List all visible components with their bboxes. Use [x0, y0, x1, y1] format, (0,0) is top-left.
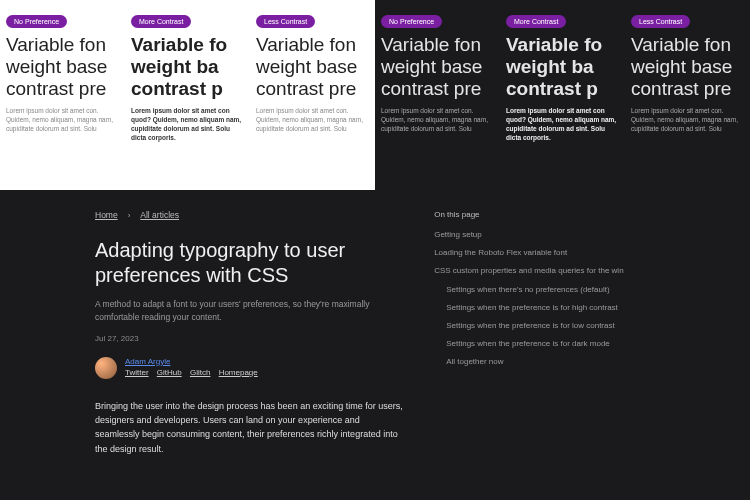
demo-lorem: Lorem ipsum dolor sit amet con quod? Qui…: [131, 106, 244, 142]
article-page: Home › All articles Adapting typography …: [0, 190, 750, 456]
toc-item[interactable]: CSS custom properties and media queries …: [434, 265, 655, 276]
breadcrumb-all-articles[interactable]: All articles: [140, 210, 179, 220]
demo-col-light-less-contrast: Less Contrast Variable fonweight basecon…: [250, 0, 375, 190]
pill-more-contrast: More Contrast: [131, 15, 191, 28]
demo-lorem: Lorem ipsum dolor sit amet con. Quidem, …: [631, 106, 744, 133]
demo-col-light-no-pref: No Preference Variable fonweight basecon…: [0, 0, 125, 190]
demo-col-dark-more-contrast: More Contrast Variable foweight bacontra…: [500, 0, 625, 190]
demo-lorem: Lorem ipsum dolor sit amet con. Quidem, …: [381, 106, 494, 133]
author-links: Twitter GitHub Glitch Homepage: [125, 368, 264, 377]
pill-less-contrast: Less Contrast: [631, 15, 690, 28]
demo-heading: Variable fonweight basecontrast pre: [6, 34, 119, 100]
demo-lorem: Lorem ipsum dolor sit amet con. Quidem, …: [6, 106, 119, 133]
toc-title: On this page: [434, 210, 655, 219]
toc-item[interactable]: Settings when there's no preferences (de…: [434, 284, 655, 295]
author-link-github[interactable]: GitHub: [157, 368, 182, 377]
author-link-glitch[interactable]: Glitch: [190, 368, 210, 377]
toc-item[interactable]: Loading the Roboto Flex variable font: [434, 247, 655, 258]
demo-heading: Variable foweight bacontrast p: [506, 34, 619, 100]
author-link-twitter[interactable]: Twitter: [125, 368, 149, 377]
demo-heading: Variable foweight bacontrast p: [131, 34, 244, 100]
article-main: Home › All articles Adapting typography …: [95, 210, 404, 456]
author-link-homepage[interactable]: Homepage: [219, 368, 258, 377]
demo-heading: Variable fonweight basecontrast pre: [381, 34, 494, 100]
demo-col-dark-less-contrast: Less Contrast Variable fonweight basecon…: [625, 0, 750, 190]
article-date: Jul 27, 2023: [95, 334, 404, 343]
avatar: [95, 357, 117, 379]
author-block: Adam Argyle Twitter GitHub Glitch Homepa…: [95, 357, 404, 379]
toc-item[interactable]: Settings when the preference is for high…: [434, 302, 655, 313]
author-info: Adam Argyle Twitter GitHub Glitch Homepa…: [125, 357, 264, 377]
chevron-right-icon: ›: [128, 212, 130, 219]
demo-col-light-more-contrast: More Contrast Variable foweight bacontra…: [125, 0, 250, 190]
article-body: Bringing the user into the design proces…: [95, 399, 404, 457]
breadcrumb-home[interactable]: Home: [95, 210, 118, 220]
demo-lorem: Lorem ipsum dolor sit amet con quod? Qui…: [506, 106, 619, 142]
demo-heading: Variable fonweight basecontrast pre: [256, 34, 369, 100]
breadcrumb: Home › All articles: [95, 210, 404, 220]
toc-list: Getting setupLoading the Roboto Flex var…: [434, 229, 655, 368]
article-title: Adapting typography to user preferences …: [95, 238, 404, 288]
toc-item[interactable]: All together now: [434, 356, 655, 367]
table-of-contents: On this page Getting setupLoading the Ro…: [434, 210, 655, 456]
demo-col-dark-no-pref: No Preference Variable fonweight basecon…: [375, 0, 500, 190]
author-name[interactable]: Adam Argyle: [125, 357, 264, 366]
pill-more-contrast: More Contrast: [506, 15, 566, 28]
article-subtitle: A method to adapt a font to your users' …: [95, 298, 404, 324]
demo-heading: Variable fonweight basecontrast pre: [631, 34, 744, 100]
typography-demo-banner: No Preference Variable fonweight basecon…: [0, 0, 750, 190]
pill-no-preference: No Preference: [6, 15, 67, 28]
pill-less-contrast: Less Contrast: [256, 15, 315, 28]
toc-item[interactable]: Settings when the preference is for low …: [434, 320, 655, 331]
toc-item[interactable]: Settings when the preference is for dark…: [434, 338, 655, 349]
pill-no-preference: No Preference: [381, 15, 442, 28]
demo-lorem: Lorem ipsum dolor sit amet con. Quidem, …: [256, 106, 369, 133]
toc-item[interactable]: Getting setup: [434, 229, 655, 240]
